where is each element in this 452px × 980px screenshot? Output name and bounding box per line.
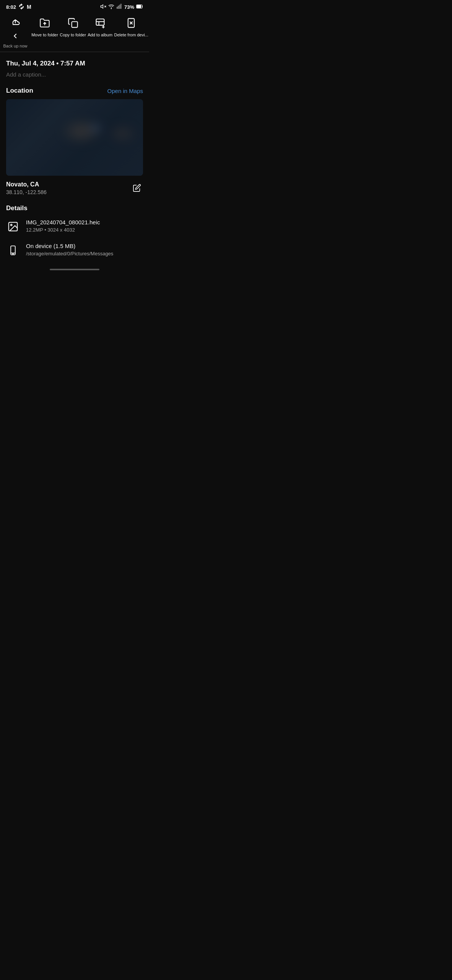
file-detail-text: IMG_20240704_080021.heic 12.2MP • 3024 x… (26, 219, 100, 233)
details-section: Details IMG_20240704_080021.heic 12.2MP … (6, 204, 143, 257)
file-detail-item: IMG_20240704_080021.heic 12.2MP • 3024 x… (6, 219, 143, 234)
move-to-folder-label: Move to folder (31, 32, 58, 38)
home-indicator (50, 269, 99, 270)
details-title: Details (6, 204, 143, 212)
copy-to-folder-button[interactable]: Copy to folder (60, 16, 86, 38)
signal-icon (116, 3, 122, 11)
add-to-album-label: Add to album (88, 32, 112, 38)
device-label: On device (1.5 MB) (26, 243, 113, 249)
status-time: 8:02 (6, 4, 16, 10)
status-right: 73% (100, 3, 143, 11)
file-meta: 12.2MP • 3024 x 4032 (26, 227, 100, 233)
svg-rect-6 (120, 4, 121, 8)
status-bar: 8:02 M (0, 0, 149, 12)
backup-label: Back up now (3, 44, 28, 49)
location-info: Novato, CA 38.110, -122.586 (6, 181, 143, 195)
toolbar: Back up now Move to folder C (0, 12, 149, 52)
move-folder-icon (38, 16, 52, 30)
location-section-header: Location Open in Maps (6, 87, 143, 95)
svg-rect-10 (72, 22, 77, 28)
back-icon-wrap: Back up now (3, 16, 28, 49)
svg-rect-8 (137, 5, 141, 8)
move-to-folder-button[interactable]: Move to folder (31, 16, 58, 38)
back-button[interactable] (9, 30, 21, 42)
image-file-icon (6, 220, 20, 234)
wifi-icon (108, 3, 114, 11)
caption-input[interactable]: Add a caption... (6, 71, 143, 78)
open-maps-link[interactable]: Open in Maps (107, 88, 143, 94)
file-name: IMG_20240704_080021.heic (26, 219, 100, 225)
svg-point-20 (11, 224, 12, 226)
location-title: Location (6, 87, 33, 95)
backup-icon (10, 16, 21, 28)
copy-folder-icon (66, 16, 80, 30)
device-detail-item: On device (1.5 MB) /storage/emulated/0/P… (6, 243, 143, 257)
delete-device-button[interactable]: Delete from devi... (114, 16, 148, 38)
device-detail-text: On device (1.5 MB) /storage/emulated/0/P… (26, 243, 113, 256)
gmail-icon: M (27, 4, 31, 10)
svg-rect-3 (117, 7, 117, 8)
map-preview[interactable] (6, 99, 143, 176)
svg-point-23 (13, 254, 13, 255)
location-name: Novato, CA (6, 181, 47, 188)
delete-device-icon (124, 16, 138, 30)
svg-rect-4 (118, 6, 119, 8)
status-left: 8:02 M (6, 3, 31, 11)
photo-date: Thu, Jul 4, 2024 • 7:57 AM (6, 60, 143, 67)
battery-percent: 73% (124, 4, 134, 10)
sync-icon (18, 3, 24, 11)
main-content: Thu, Jul 4, 2024 • 7:57 AM Add a caption… (0, 52, 149, 257)
svg-point-2 (111, 8, 111, 8)
svg-rect-5 (119, 5, 120, 8)
copy-to-folder-label: Copy to folder (60, 32, 86, 38)
map-dark-overlay (6, 99, 143, 176)
mute-icon (100, 3, 106, 11)
toolbar-back[interactable]: Back up now (0, 14, 31, 49)
location-coords: 38.110, -122.586 (6, 189, 47, 195)
edit-location-button[interactable] (131, 182, 143, 194)
toolbar-actions: Move to folder Copy to folder (31, 14, 149, 38)
add-album-icon (93, 16, 107, 30)
add-to-album-button[interactable]: Add to album (88, 16, 112, 38)
battery-icon (136, 4, 143, 10)
delete-device-label: Delete from devi... (114, 32, 148, 38)
device-icon (6, 243, 20, 257)
device-path: /storage/emulated/0/Pictures/Messages (26, 251, 113, 256)
location-text: Novato, CA 38.110, -122.586 (6, 181, 47, 195)
svg-rect-11 (96, 19, 104, 25)
